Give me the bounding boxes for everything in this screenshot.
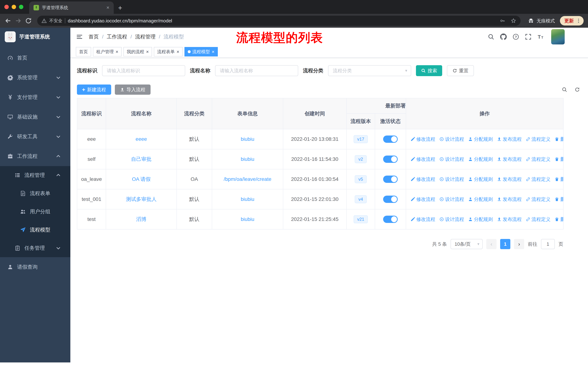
sidebar-item-payment-manage[interactable]: 支付管理 <box>0 87 70 107</box>
forward-icon[interactable] <box>15 17 22 24</box>
window-zoom-button[interactable] <box>19 5 23 9</box>
sidebar-item-system-manage[interactable]: 系统管理 <box>0 68 70 87</box>
browser-tab[interactable]: 芋道管理系统 × <box>29 1 114 14</box>
action-edit-process[interactable]: 修改流程 <box>410 176 435 182</box>
search-icon[interactable] <box>488 33 494 40</box>
action-design-process[interactable]: 设计流程 <box>439 216 464 222</box>
action-publish-process[interactable]: 发布流程 <box>497 136 522 142</box>
action-edit-process[interactable]: 修改流程 <box>410 156 435 162</box>
active-toggle[interactable] <box>383 176 398 183</box>
action-delete-process[interactable]: 删除 <box>555 136 563 142</box>
font-size-icon[interactable]: TT <box>537 33 544 40</box>
action-publish-process[interactable]: 发布流程 <box>497 216 522 222</box>
help-icon[interactable]: ? <box>513 33 519 40</box>
action-process-definition[interactable]: 流程定义 <box>526 216 550 222</box>
breadcrumb-item[interactable]: 流程管理 <box>135 33 156 40</box>
window-minimize-button[interactable] <box>12 5 16 9</box>
action-design-process[interactable]: 设计流程 <box>439 136 464 142</box>
refresh-table-button[interactable] <box>575 87 580 92</box>
reset-button[interactable]: 重置 <box>447 65 474 76</box>
tag-tenant-manage[interactable]: 租户管理× <box>93 47 122 56</box>
breadcrumb-item[interactable]: 首页 <box>89 33 99 40</box>
form-info-link[interactable]: /bpm/oa/leave/create <box>224 176 271 182</box>
process-name-link[interactable]: 自己审批 <box>131 156 151 162</box>
sidebar-item-task-manage[interactable]: 任务管理 <box>0 239 70 257</box>
active-toggle[interactable] <box>383 216 398 223</box>
action-design-process[interactable]: 设计流程 <box>439 176 464 182</box>
action-assign-rule[interactable]: 分配规则 <box>468 216 493 222</box>
process-name-link[interactable]: 滔博 <box>136 216 146 222</box>
back-icon[interactable] <box>4 17 12 24</box>
process-name-link[interactable]: 测试多审批人 <box>126 196 157 202</box>
form-info-link[interactable]: biubiu <box>241 156 254 162</box>
active-toggle[interactable] <box>383 156 398 163</box>
more-menu-icon[interactable] <box>576 18 581 23</box>
import-process-button[interactable]: 导入流程 <box>115 84 151 95</box>
action-delete-process[interactable]: 删除 <box>555 196 563 202</box>
action-assign-rule[interactable]: 分配规则 <box>468 156 493 162</box>
url-bar[interactable]: 不安全 dashboard.yudao.iocoder.cn/bpm/manag… <box>37 16 521 26</box>
action-edit-process[interactable]: 修改流程 <box>410 136 435 142</box>
action-process-definition[interactable]: 流程定义 <box>526 156 550 162</box>
action-process-definition[interactable]: 流程定义 <box>526 136 550 142</box>
sidebar-item-process-model[interactable]: 流程模型 <box>0 221 70 239</box>
github-icon[interactable] <box>500 33 507 40</box>
prev-page-button[interactable]: ‹ <box>486 239 496 249</box>
user-avatar[interactable] <box>551 29 565 44</box>
form-info-link[interactable]: biubiu <box>241 216 254 222</box>
process-name-input[interactable] <box>215 65 298 76</box>
sidebar-logo[interactable]: 芋道管理系统 <box>0 28 70 46</box>
tag-process-model[interactable]: 流程模型× <box>184 47 218 56</box>
active-toggle[interactable] <box>383 135 398 143</box>
process-key-input[interactable] <box>102 65 185 76</box>
page-1-button[interactable]: 1 <box>500 239 510 249</box>
action-delete-process[interactable]: 删除 <box>555 216 563 222</box>
active-toggle[interactable] <box>383 196 398 203</box>
toggle-search-button[interactable] <box>562 87 567 92</box>
action-process-definition[interactable]: 流程定义 <box>526 196 550 202</box>
action-publish-process[interactable]: 发布流程 <box>497 156 522 162</box>
tag-process-form[interactable]: 流程表单× <box>154 47 182 56</box>
tag-close-icon[interactable]: × <box>212 49 215 54</box>
action-design-process[interactable]: 设计流程 <box>439 196 464 202</box>
action-process-definition[interactable]: 流程定义 <box>526 176 550 182</box>
form-info-link[interactable]: biubiu <box>241 136 254 142</box>
sidebar-item-leave-query[interactable]: 请假查询 <box>0 257 70 277</box>
page-size-select[interactable]: 10条/页 ▾ <box>451 239 483 249</box>
action-edit-process[interactable]: 修改流程 <box>410 216 435 222</box>
tab-close-icon[interactable]: × <box>105 5 111 10</box>
hamburger-menu-icon[interactable] <box>70 28 89 46</box>
tag-close-icon[interactable]: × <box>116 49 118 54</box>
action-design-process[interactable]: 设计流程 <box>439 156 464 162</box>
search-button[interactable]: 搜索 <box>416 65 442 76</box>
action-assign-rule[interactable]: 分配规则 <box>468 196 493 202</box>
new-tab-button[interactable]: + <box>118 4 122 11</box>
action-publish-process[interactable]: 发布流程 <box>497 176 522 182</box>
sidebar-item-process-manage[interactable]: 流程管理 <box>0 166 70 184</box>
tag-my-process[interactable]: 我的流程× <box>123 47 152 56</box>
process-category-select[interactable]: 流程分类 ▾ <box>328 65 411 76</box>
action-assign-rule[interactable]: 分配规则 <box>468 176 493 182</box>
bookmark-star-icon[interactable] <box>511 18 516 23</box>
action-assign-rule[interactable]: 分配规则 <box>468 136 493 142</box>
sidebar-item-workflow[interactable]: 工作流程 <box>0 146 70 166</box>
sidebar-item-process-form[interactable]: 流程表单 <box>0 184 70 202</box>
create-process-button[interactable]: + 新建流程 <box>77 84 111 95</box>
goto-page-input[interactable] <box>541 239 555 249</box>
action-edit-process[interactable]: 修改流程 <box>410 196 435 202</box>
process-name-link[interactable]: eeee <box>136 136 147 142</box>
key-icon[interactable] <box>500 18 505 23</box>
tag-close-icon[interactable]: × <box>146 49 149 54</box>
reload-icon[interactable] <box>25 17 32 24</box>
sidebar-item-home[interactable]: 首页 <box>0 48 70 68</box>
tag-home[interactable]: 首页 <box>76 47 91 56</box>
form-info-link[interactable]: biubiu <box>241 196 254 202</box>
next-page-button[interactable]: › <box>514 239 524 249</box>
action-publish-process[interactable]: 发布流程 <box>497 196 522 202</box>
sidebar-item-dev-tools[interactable]: 研发工具 <box>0 127 70 146</box>
tag-close-icon[interactable]: × <box>177 49 179 54</box>
action-delete-process[interactable]: 删除 <box>555 156 563 162</box>
fullscreen-icon[interactable] <box>525 33 532 40</box>
sidebar-item-user-group[interactable]: 用户分组 <box>0 202 70 221</box>
browser-update-button[interactable]: 更新 <box>560 16 584 26</box>
